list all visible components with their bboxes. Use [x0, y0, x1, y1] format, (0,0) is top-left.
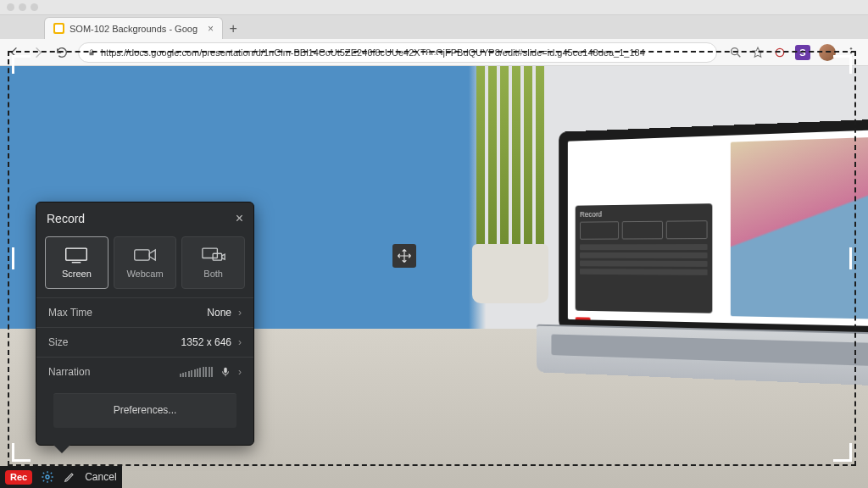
audio-level-meter [180, 367, 213, 377]
person-photo [731, 136, 868, 319]
search-icon[interactable] [729, 46, 743, 59]
nav-back-button[interactable] [7, 45, 22, 60]
record-panel-title: Record [47, 212, 85, 225]
mode-screen-button[interactable]: Screen [45, 236, 108, 289]
preferences-label: Preferences... [114, 404, 177, 416]
lock-icon [87, 48, 96, 57]
cancel-button[interactable]: Cancel [85, 471, 116, 483]
max-time-value: None [207, 307, 231, 319]
svg-point-4 [850, 51, 852, 53]
size-label: Size [48, 336, 68, 348]
mode-screen-label: Screen [62, 269, 92, 279]
narration-label: Narration [48, 366, 90, 378]
microphone-icon[interactable] [220, 366, 231, 378]
svg-point-2 [776, 48, 783, 56]
mode-webcam-label: Webcam [126, 269, 163, 279]
pencil-icon[interactable] [63, 470, 76, 484]
row-max-time[interactable]: Max Time None› [36, 297, 253, 327]
record-panel: Record × Screen Webcam Both Max Time Non… [36, 202, 254, 446]
laptop-panel-title: Record [580, 208, 708, 219]
mode-both-button[interactable]: Both [181, 236, 245, 289]
mode-both-label: Both [203, 269, 223, 279]
laptop-mini-record-panel: Record [576, 203, 713, 313]
row-size[interactable]: Size 1352 x 646› [36, 327, 253, 357]
star-icon[interactable] [751, 46, 765, 59]
max-time-label: Max Time [48, 307, 92, 319]
browser-tab-active[interactable]: SOM-102 Backgrounds - Goog × [44, 17, 223, 39]
new-tab-button[interactable]: + [223, 19, 243, 39]
kebab-menu-icon[interactable] [844, 46, 858, 59]
preferences-button[interactable]: Preferences... [53, 393, 236, 428]
capture-move-handle[interactable] [392, 244, 416, 268]
record-panel-close-icon[interactable]: × [236, 211, 243, 226]
address-bar-actions: S [726, 44, 861, 61]
extension-badge[interactable]: S [795, 45, 810, 60]
browser-tab-strip: SOM-102 Backgrounds - Goog × + [0, 15, 868, 39]
mode-webcam-button[interactable]: Webcam [114, 236, 177, 289]
rec-button[interactable]: Rec [5, 470, 32, 485]
profile-avatar[interactable] [819, 44, 836, 61]
nav-forward-button[interactable] [31, 45, 46, 60]
svg-rect-10 [224, 368, 227, 373]
traffic-light-minimize[interactable] [19, 3, 26, 11]
nav-reload-button[interactable] [54, 45, 70, 60]
chevron-right-icon: › [238, 307, 242, 319]
laptop: Record Rec [559, 118, 868, 386]
size-value: 1352 x 646 [181, 336, 231, 348]
tab-title: SOM-102 Backgrounds - Goog [70, 24, 198, 34]
svg-rect-7 [135, 250, 150, 260]
browser-address-bar: https://docs.google.com/presentation/d/1… [0, 39, 868, 66]
circle-icon[interactable] [773, 46, 787, 59]
both-icon [202, 247, 225, 263]
svg-point-5 [850, 55, 852, 57]
record-toolbar: Rec Cancel [0, 466, 122, 488]
page-viewport: Record Rec to Turn es Into An eo [0, 66, 868, 488]
gear-icon[interactable] [41, 470, 54, 484]
slides-favicon-icon [53, 23, 64, 34]
tab-close-icon[interactable]: × [208, 23, 214, 35]
chevron-right-icon: › [238, 336, 242, 348]
os-window-bar [0, 0, 868, 15]
svg-point-11 [46, 475, 49, 479]
traffic-light-close[interactable] [7, 3, 14, 11]
svg-rect-6 [66, 248, 87, 260]
svg-point-3 [850, 47, 852, 49]
svg-rect-0 [90, 52, 94, 55]
webcam-icon [133, 247, 157, 263]
url-text: https://docs.google.com/presentation/d/1… [101, 47, 645, 58]
svg-point-1 [732, 47, 738, 54]
chevron-right-icon: › [238, 366, 242, 378]
traffic-light-zoom[interactable] [31, 3, 38, 11]
url-field[interactable]: https://docs.google.com/presentation/d/1… [78, 42, 717, 63]
row-narration[interactable]: Narration › [36, 357, 253, 386]
monitor-icon [64, 247, 88, 263]
window-traffic-lights [7, 3, 38, 11]
